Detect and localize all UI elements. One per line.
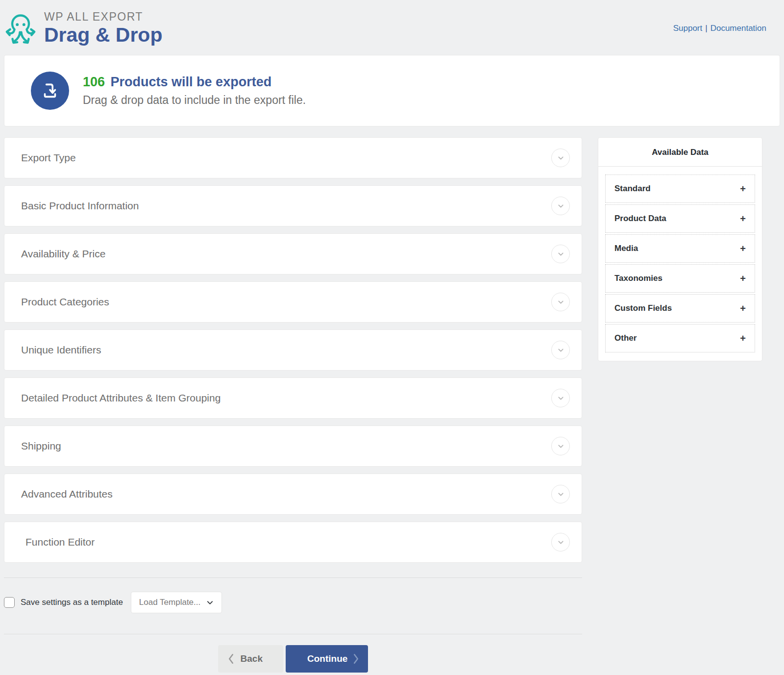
back-button-label: Back bbox=[241, 653, 263, 664]
section-title: Detailed Product Attributes & Item Group… bbox=[21, 392, 220, 404]
octopus-icon bbox=[4, 9, 37, 48]
banner-subtitle: Drag & drop data to include in the expor… bbox=[83, 94, 306, 107]
section-unique-identifiers[interactable]: Unique Identifiers bbox=[4, 329, 582, 371]
section-title: Product Categories bbox=[21, 296, 109, 308]
chevron-down-icon[interactable] bbox=[551, 293, 570, 311]
section-advanced-attributes[interactable]: Advanced Attributes bbox=[4, 474, 582, 515]
chevron-left-icon bbox=[228, 653, 234, 664]
item-label: Other bbox=[614, 333, 637, 343]
section-product-categories[interactable]: Product Categories bbox=[4, 281, 582, 323]
section-function-editor[interactable]: Function Editor bbox=[4, 522, 582, 563]
chevron-down-icon[interactable] bbox=[551, 245, 570, 263]
available-data-item-other[interactable]: Other + bbox=[605, 324, 755, 352]
continue-button-label: Continue bbox=[307, 653, 347, 664]
buttons-divider bbox=[4, 634, 582, 634]
available-data-item-taxonomies[interactable]: Taxonomies + bbox=[605, 264, 755, 293]
chevron-down-icon[interactable] bbox=[551, 389, 570, 407]
export-count-label: Products will be exported bbox=[111, 75, 272, 89]
brand-name: WP ALL EXPORT bbox=[44, 11, 162, 23]
continue-button[interactable]: Continue bbox=[286, 645, 368, 673]
save-template-checkbox[interactable] bbox=[4, 597, 15, 608]
item-label: Product Data bbox=[614, 214, 666, 224]
page-title: Drag & Drop bbox=[44, 24, 162, 46]
available-data-list: Standard + Product Data + Media + Taxono… bbox=[598, 167, 762, 361]
available-data-item-standard[interactable]: Standard + bbox=[605, 175, 755, 203]
template-controls: Save settings as a template Load Templat… bbox=[4, 592, 582, 613]
section-title: Basic Product Information bbox=[21, 200, 139, 212]
chevron-down-icon[interactable] bbox=[551, 149, 570, 167]
section-title: Export Type bbox=[21, 152, 76, 164]
chevron-down-icon bbox=[206, 599, 214, 606]
template-row-divider bbox=[4, 577, 582, 578]
load-template-label: Load Template... bbox=[139, 598, 200, 607]
header-links: Support|Documentation bbox=[673, 24, 778, 33]
export-sections-column: Export Type Basic Product Information Av… bbox=[4, 137, 582, 673]
section-shipping[interactable]: Shipping bbox=[4, 425, 582, 467]
plus-icon[interactable]: + bbox=[740, 303, 746, 313]
available-data-item-media[interactable]: Media + bbox=[605, 234, 755, 263]
download-icon bbox=[31, 72, 69, 110]
section-title: Advanced Attributes bbox=[21, 488, 113, 500]
export-count: 106 bbox=[83, 75, 105, 89]
available-data-item-product-data[interactable]: Product Data + bbox=[605, 204, 755, 233]
available-data-panel: Available Data Standard + Product Data +… bbox=[598, 137, 762, 361]
available-data-item-custom-fields[interactable]: Custom Fields + bbox=[605, 294, 755, 323]
chevron-down-icon[interactable] bbox=[551, 437, 570, 455]
plus-icon[interactable]: + bbox=[740, 244, 746, 253]
chevron-down-icon[interactable] bbox=[551, 341, 570, 359]
section-title: Availability & Price bbox=[21, 248, 105, 260]
chevron-down-icon[interactable] bbox=[551, 533, 570, 551]
item-label: Standard bbox=[614, 184, 651, 194]
plus-icon[interactable]: + bbox=[740, 214, 746, 224]
section-availability-price[interactable]: Availability & Price bbox=[4, 233, 582, 275]
main-content: Export Type Basic Product Information Av… bbox=[4, 137, 780, 673]
plus-icon[interactable]: + bbox=[740, 184, 746, 194]
section-basic-product-information[interactable]: Basic Product Information bbox=[4, 185, 582, 226]
load-template-dropdown[interactable]: Load Template... bbox=[131, 592, 222, 613]
section-title: Function Editor bbox=[25, 536, 95, 548]
item-label: Media bbox=[614, 244, 638, 253]
available-data-title: Available Data bbox=[598, 138, 762, 167]
item-label: Taxonomies bbox=[614, 274, 662, 283]
chevron-right-icon bbox=[353, 653, 359, 664]
export-summary-banner: 106 Products will be exported Drag & dro… bbox=[4, 55, 780, 126]
save-template-label: Save settings as a template bbox=[21, 598, 123, 607]
export-count-title: 106 Products will be exported bbox=[83, 75, 306, 90]
section-detailed-attributes-grouping[interactable]: Detailed Product Attributes & Item Group… bbox=[4, 377, 582, 419]
chevron-down-icon[interactable] bbox=[551, 197, 570, 215]
brand: WP ALL EXPORT Drag & Drop bbox=[4, 9, 162, 48]
section-title: Unique Identifiers bbox=[21, 344, 101, 356]
plus-icon[interactable]: + bbox=[740, 333, 746, 343]
top-header: WP ALL EXPORT Drag & Drop Support|Docume… bbox=[4, 0, 780, 55]
item-label: Custom Fields bbox=[614, 303, 672, 313]
wizard-navigation: Back Continue bbox=[4, 645, 582, 673]
documentation-link[interactable]: Documentation bbox=[710, 24, 766, 33]
section-title: Shipping bbox=[21, 440, 61, 452]
link-separator: | bbox=[705, 24, 707, 33]
plus-icon[interactable]: + bbox=[740, 274, 746, 283]
section-export-type[interactable]: Export Type bbox=[4, 137, 582, 178]
chevron-down-icon[interactable] bbox=[551, 485, 570, 503]
back-button[interactable]: Back bbox=[218, 645, 283, 673]
support-link[interactable]: Support bbox=[673, 24, 703, 33]
